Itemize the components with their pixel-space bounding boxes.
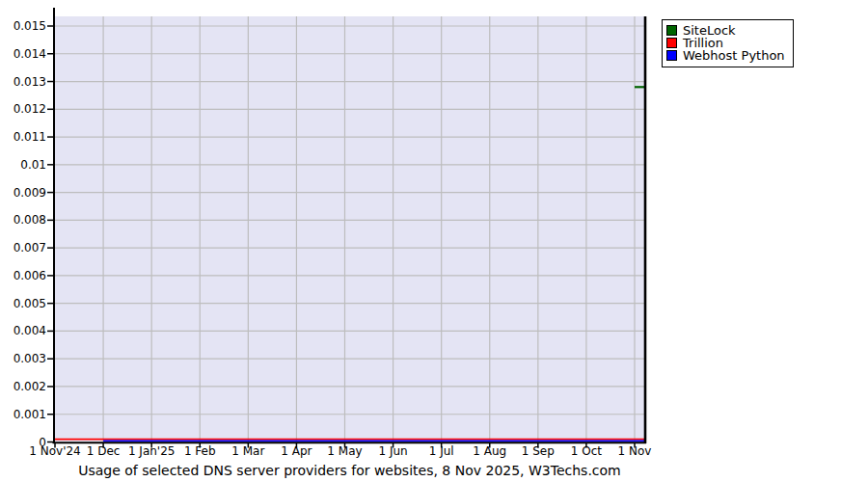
y-tick-label: 0.004 <box>0 324 46 337</box>
y-tick-label: 0.009 <box>0 186 46 200</box>
y-tick-label: 0.006 <box>0 269 46 282</box>
legend-item-webhost-python: Webhost Python <box>666 49 785 62</box>
y-tick-label: 0.008 <box>0 213 46 227</box>
y-tick-label: 0.005 <box>0 297 46 310</box>
legend-label-webhost-python: Webhost Python <box>683 49 785 62</box>
y-tick-label: 0.003 <box>0 352 46 365</box>
legend: SiteLock Trillion Webhost Python <box>662 19 794 67</box>
dns-usage-chart: SiteLock Trillion Webhost Python Usage o… <box>0 0 868 482</box>
x-tick-label: 1 Nov <box>599 444 670 458</box>
legend-swatch-trillion <box>666 38 677 48</box>
y-tick-label: 0.011 <box>0 130 46 144</box>
y-tick-label: 0.014 <box>0 47 46 61</box>
y-tick-label: 0.013 <box>0 75 46 89</box>
y-tick-label: 0.002 <box>0 380 46 393</box>
legend-swatch-sitelock <box>666 25 677 36</box>
y-tick-label: 0.012 <box>0 102 46 116</box>
y-tick-label: 0.001 <box>0 408 46 421</box>
y-tick-label: 0.01 <box>0 158 46 172</box>
legend-swatch-webhost-python <box>666 50 677 61</box>
y-tick-label: 0.015 <box>0 19 46 33</box>
y-tick-label: 0.007 <box>0 241 46 254</box>
plot-area <box>0 0 868 482</box>
plot-background <box>55 16 644 442</box>
chart-title: Usage of selected DNS server providers f… <box>55 463 644 479</box>
